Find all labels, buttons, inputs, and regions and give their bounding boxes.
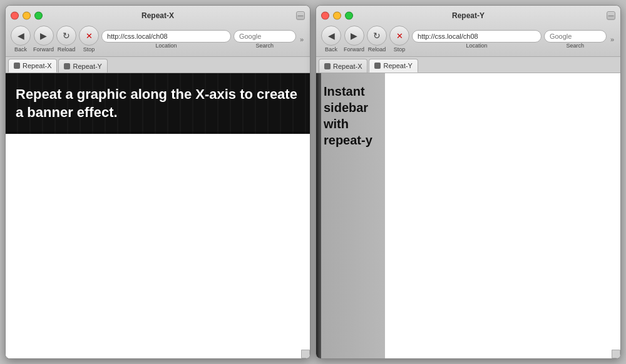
search-input[interactable] [233, 30, 296, 43]
forward-button-2[interactable]: ▶ [344, 26, 364, 46]
tab-repeat-x-2[interactable]: Repeat-X [319, 59, 367, 73]
window-title-2: Repeat-Y [452, 11, 485, 20]
search-bar: Search [233, 30, 296, 49]
back-group-2: ◀ Back [321, 26, 341, 53]
forward-label: Forward [33, 46, 54, 53]
location-bar: Location [101, 30, 231, 49]
banner-text: Repeat a graphic along the X-axis to cre… [16, 86, 300, 121]
search-input-2[interactable] [544, 30, 607, 43]
title-bar-repeat-x: Repeat-X — ◀ Back ▶ Forward ↻ Reload ✕ S… [6, 6, 310, 57]
tab-favicon-repeat-x [14, 63, 20, 69]
back-button[interactable]: ◀ [11, 26, 31, 46]
close-button-2[interactable] [321, 12, 329, 20]
tab-label-repeat-x: Repeat-X [23, 62, 51, 69]
stop-label-2: Stop [394, 46, 406, 53]
repeat-y-page: Instant sidebar with repeat-y [316, 73, 620, 358]
reload-group-2: ↻ Reload [367, 26, 387, 53]
maximize-button[interactable] [34, 12, 43, 20]
stop-group: ✕ Stop [79, 26, 99, 53]
toolbar-extend-2[interactable]: » [609, 36, 615, 43]
search-label-2: Search [567, 43, 585, 49]
location-bar-2: Location [412, 30, 541, 49]
forward-button[interactable]: ▶ [34, 26, 54, 46]
reload-button[interactable]: ↻ [56, 26, 76, 46]
stop-group-2: ✕ Stop [389, 26, 409, 53]
search-label: Search [256, 43, 274, 49]
location-label: Location [155, 43, 177, 49]
title-bar-top-2: Repeat-Y — [321, 9, 615, 22]
close-button[interactable] [11, 12, 19, 20]
tabs-bar-2: Repeat-X Repeat-Y [316, 57, 620, 73]
tabs-bar: Repeat-X Repeat-Y [6, 57, 310, 73]
sidebar-text: Instant sidebar with repeat-y [324, 83, 377, 148]
window-shade-button-2[interactable]: — [607, 11, 615, 20]
browser-window-repeat-y: Repeat-Y — ◀ Back ▶ Forward ↻ Reload ✕ S… [316, 5, 621, 359]
reload-group: ↻ Reload [56, 26, 76, 53]
tab-repeat-y-2[interactable]: Repeat-Y [369, 59, 418, 73]
back-button-2[interactable]: ◀ [321, 26, 341, 46]
browser-window-repeat-x: Repeat-X — ◀ Back ▶ Forward ↻ Reload ✕ S… [5, 5, 310, 359]
back-label-2: Back [325, 46, 337, 53]
stop-button-2[interactable]: ✕ [389, 26, 409, 46]
forward-group-2: ▶ Forward [344, 26, 364, 53]
title-bar-top: Repeat-X — [11, 9, 305, 22]
content-area-repeat-y: Instant sidebar with repeat-y [316, 73, 620, 358]
repeat-x-page: Repeat a graphic along the X-axis to cre… [6, 73, 310, 358]
tab-label-repeat-x-2: Repeat-X [333, 63, 362, 70]
minimize-button[interactable] [23, 12, 31, 20]
tab-repeat-y[interactable]: Repeat-Y [58, 59, 107, 73]
banner-strip: Repeat a graphic along the X-axis to cre… [6, 73, 310, 134]
reload-button-2[interactable]: ↻ [367, 26, 387, 46]
stop-button[interactable]: ✕ [79, 26, 99, 46]
tab-favicon-repeat-y-2 [374, 63, 381, 69]
window-shade-button[interactable]: — [296, 11, 305, 20]
forward-group: ▶ Forward [33, 26, 54, 53]
scrollbar-corner-2 [612, 350, 620, 358]
scrollbar-corner [301, 350, 310, 358]
reload-label-2: Reload [368, 46, 386, 53]
forward-label-2: Forward [344, 46, 364, 53]
back-group: ◀ Back [11, 26, 31, 53]
location-input-2[interactable] [412, 30, 541, 43]
tab-favicon-repeat-y [64, 63, 70, 69]
tab-label-repeat-y: Repeat-Y [73, 63, 101, 70]
sidebar-strip: Instant sidebar with repeat-y [316, 73, 385, 358]
tab-repeat-x[interactable]: Repeat-X [8, 59, 57, 73]
minimize-button-2[interactable] [333, 12, 341, 20]
title-bar-repeat-y: Repeat-Y — ◀ Back ▶ Forward ↻ Reload ✕ S… [316, 6, 620, 57]
toolbar-2: ◀ Back ▶ Forward ↻ Reload ✕ Stop Locatio… [321, 24, 615, 54]
window-controls-2 [321, 12, 353, 20]
content-area-repeat-x: Repeat a graphic along the X-axis to cre… [6, 73, 310, 358]
location-input[interactable] [101, 30, 231, 43]
reload-label: Reload [58, 46, 76, 53]
tab-favicon-repeat-x-2 [324, 63, 331, 69]
toolbar: ◀ Back ▶ Forward ↻ Reload ✕ Stop Locatio… [11, 24, 305, 54]
maximize-button-2[interactable] [345, 12, 353, 20]
main-content [385, 73, 620, 358]
back-label: Back [14, 46, 27, 53]
banner-shadow [6, 131, 310, 134]
search-bar-2: Search [544, 30, 607, 49]
window-controls [11, 12, 43, 20]
tab-label-repeat-y-2: Repeat-Y [383, 62, 412, 69]
toolbar-extend[interactable]: » [299, 36, 305, 43]
window-title: Repeat-X [141, 11, 174, 20]
stop-label: Stop [83, 46, 95, 53]
location-label-2: Location [466, 43, 487, 49]
